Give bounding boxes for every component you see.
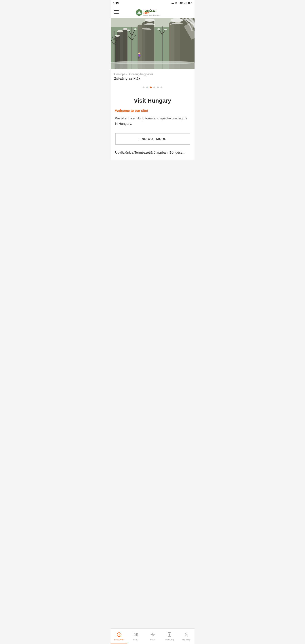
logo: TERMÉSZET JÁRÓ FÖLDÖN. VIZEN. KÉT KEREKE… <box>134 8 170 16</box>
svg-text:JÁRÓ: JÁRÓ <box>143 12 149 14</box>
svg-point-45 <box>164 29 167 30</box>
svg-rect-1 <box>185 3 185 4</box>
svg-text:FÖLDÖN. VIZEN. KÉT KEREKEN.: FÖLDÖN. VIZEN. KÉT KEREKEN. <box>143 14 161 16</box>
hamburger-line-1 <box>114 10 119 11</box>
svg-rect-6 <box>188 2 190 4</box>
logo-image: TERMÉSZET JÁRÓ FÖLDÖN. VIZEN. KÉT KEREKE… <box>134 8 170 16</box>
svg-text:TERMÉSZET: TERMÉSZET <box>143 10 157 12</box>
status-icons: ▪▪▪ LTE <box>172 2 192 5</box>
caption: Geotope · Dunazug-hegyvidék Zsivány-szik… <box>111 69 194 83</box>
dot-4[interactable] <box>154 86 155 88</box>
battery-icon <box>188 2 192 4</box>
hero-scene <box>111 18 194 69</box>
svg-rect-0 <box>184 3 184 4</box>
main-content: Visit Hungary Welcome to our site! We of… <box>111 92 194 160</box>
bottom-text: Üdvözlünk a Természetjáró appban! Böngés… <box>115 150 190 155</box>
signal-icon: ▪▪▪ <box>172 2 174 4</box>
hamburger-line-3 <box>114 14 119 14</box>
dot-2[interactable] <box>146 86 148 88</box>
description-text: We offer nice hiking tours and spectacul… <box>115 116 190 126</box>
header: TERMÉSZET JÁRÓ FÖLDÖN. VIZEN. KÉT KEREKE… <box>111 6 194 18</box>
status-time: 1:19 <box>113 2 119 5</box>
svg-point-44 <box>157 28 160 30</box>
hamburger-button[interactable] <box>114 8 121 16</box>
svg-point-39 <box>127 30 130 31</box>
svg-point-20 <box>123 28 128 30</box>
dot-5[interactable] <box>157 86 159 88</box>
hamburger-line-2 <box>114 12 119 12</box>
dot-6[interactable] <box>160 86 162 88</box>
svg-line-51 <box>140 56 140 58</box>
svg-point-28 <box>170 18 183 22</box>
svg-point-49 <box>138 52 140 54</box>
lte-icon: LTE <box>179 2 183 4</box>
svg-rect-2 <box>186 2 186 4</box>
svg-point-47 <box>111 61 194 64</box>
wifi-icon <box>175 2 178 5</box>
signal-bars-icon <box>184 2 187 5</box>
svg-point-40 <box>134 28 137 30</box>
svg-rect-3 <box>186 2 187 4</box>
find-out-more-button[interactable]: FIND OUT MORE <box>115 133 190 145</box>
carousel-dots <box>111 83 194 92</box>
status-bar: 1:19 ▪▪▪ LTE <box>111 0 194 6</box>
caption-title: Zsivány-sziklák <box>114 77 191 81</box>
svg-rect-5 <box>191 2 192 3</box>
welcome-text: Welcome to our site! <box>115 109 190 112</box>
breadcrumb: Geotope · Dunazug-hegyvidék <box>114 72 191 76</box>
svg-point-24 <box>145 18 155 22</box>
hero-image <box>111 18 194 69</box>
dot-1[interactable] <box>143 86 144 88</box>
svg-rect-48 <box>139 54 140 56</box>
section-title: Visit Hungary <box>115 97 190 104</box>
dot-3[interactable] <box>150 86 152 88</box>
svg-point-18 <box>117 30 123 32</box>
